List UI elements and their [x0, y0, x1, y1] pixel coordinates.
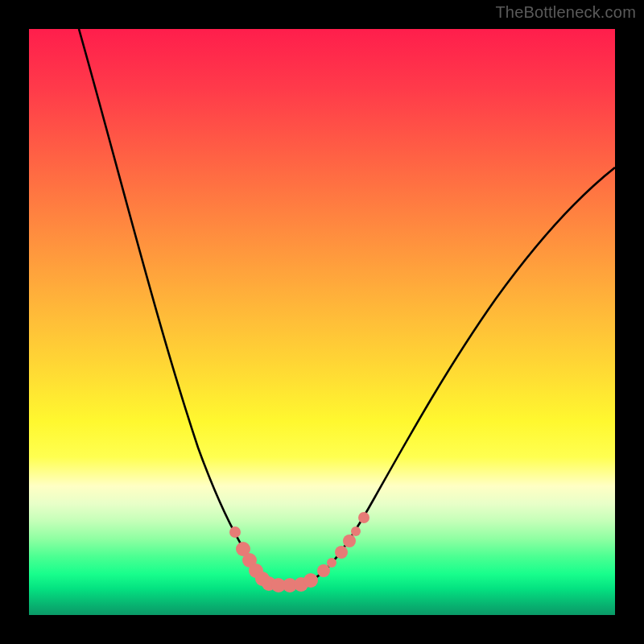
attribution-text: TheBottleneck.com — [495, 3, 636, 22]
svg-point-0 — [229, 526, 241, 538]
chart-data-markers — [229, 512, 369, 592]
chart-svg — [29, 29, 615, 615]
chart-curve — [79, 29, 615, 585]
svg-point-9 — [303, 573, 318, 588]
svg-point-11 — [327, 558, 336, 568]
svg-point-12 — [335, 546, 348, 559]
svg-point-15 — [358, 512, 369, 523]
svg-point-10 — [317, 564, 330, 577]
chart-plot-area — [29, 29, 615, 615]
svg-point-13 — [343, 535, 356, 547]
chart-frame: TheBottleneck.com — [0, 0, 644, 644]
svg-point-14 — [351, 526, 361, 536]
